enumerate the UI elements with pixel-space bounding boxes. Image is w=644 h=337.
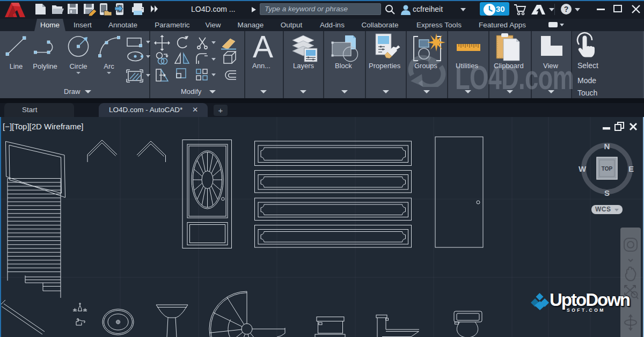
svg-text:TOP: TOP [602,166,613,172]
svg-text:S: S [604,188,610,197]
svg-text:N: N [604,142,610,151]
svg-text:A: A [253,31,273,64]
svg-text:E: E [628,164,634,173]
svg-text:W: W [579,164,587,173]
